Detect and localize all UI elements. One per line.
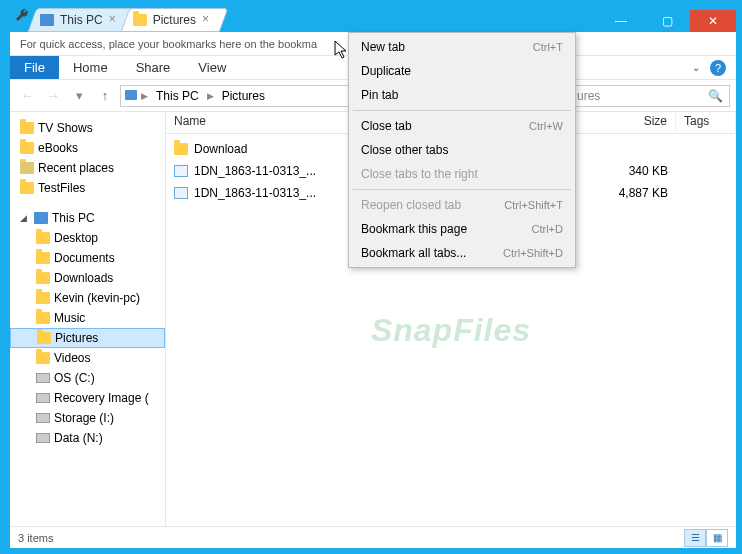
menu-item-label: Reopen closed tab: [361, 198, 461, 212]
menu-item-shortcut: Ctrl+D: [532, 223, 563, 235]
tree-item[interactable]: Music: [10, 308, 165, 328]
drive-icon: [36, 393, 50, 403]
menu-item[interactable]: Close other tabs: [351, 138, 573, 162]
menu-item[interactable]: Duplicate: [351, 59, 573, 83]
chevron-right-icon[interactable]: ▶: [205, 91, 216, 101]
close-icon[interactable]: ×: [109, 12, 123, 26]
tab-pictures[interactable]: Pictures ×: [125, 8, 224, 32]
crumb-pictures[interactable]: Pictures: [218, 89, 269, 103]
tree-item[interactable]: Storage (I:): [10, 408, 165, 428]
folder-icon: [20, 182, 34, 194]
wrench-icon[interactable]: [14, 8, 32, 26]
caret-icon[interactable]: ◢: [20, 213, 30, 223]
details-view-button[interactable]: ☰: [684, 529, 706, 547]
tree-item[interactable]: Recent places: [10, 158, 165, 178]
back-button[interactable]: ←: [16, 85, 38, 107]
tree-item[interactable]: Data (N:): [10, 428, 165, 448]
tree-item[interactable]: TV Shows: [10, 118, 165, 138]
image-icon: [174, 187, 188, 199]
crumb-this-pc[interactable]: This PC: [152, 89, 203, 103]
tab-this-pc[interactable]: This PC ×: [32, 8, 131, 32]
folder-icon: [36, 352, 50, 364]
folder-icon: [20, 122, 34, 134]
ribbon-tab-share[interactable]: Share: [122, 56, 185, 79]
forward-button[interactable]: →: [42, 85, 64, 107]
maximize-button[interactable]: ▢: [644, 10, 690, 32]
folder-icon: [36, 232, 50, 244]
tab-context-menu: New tabCtrl+TDuplicatePin tabClose tabCt…: [348, 32, 576, 268]
menu-item-label: Bookmark all tabs...: [361, 246, 466, 260]
menu-item: Reopen closed tabCtrl+Shift+T: [351, 193, 573, 217]
menu-item-shortcut: Ctrl+T: [533, 41, 563, 53]
folder-icon: [37, 332, 51, 344]
search-placeholder: ures: [577, 89, 600, 103]
up-button[interactable]: ↑: [94, 85, 116, 107]
menu-separator: [353, 189, 571, 190]
menu-item[interactable]: Bookmark all tabs...Ctrl+Shift+D: [351, 241, 573, 265]
image-icon: [174, 165, 188, 177]
tab-label: This PC: [60, 13, 103, 27]
browser-tabs: This PC × Pictures ×: [10, 4, 598, 32]
drive-icon: [36, 413, 50, 423]
tree-this-pc[interactable]: ◢This PC: [10, 208, 165, 228]
tree-item[interactable]: Recovery Image (: [10, 388, 165, 408]
titlebar: This PC × Pictures × — ▢ ✕: [10, 4, 736, 32]
pc-icon: [40, 13, 54, 27]
menu-item-label: Duplicate: [361, 64, 411, 78]
chevron-down-icon[interactable]: ⌄: [692, 62, 700, 73]
folder-icon: [36, 272, 50, 284]
recent-icon: [20, 162, 34, 174]
close-button[interactable]: ✕: [690, 10, 736, 32]
help-icon[interactable]: ?: [710, 60, 726, 76]
status-bar: 3 items ☰ ▦: [10, 526, 736, 548]
pc-icon: [34, 212, 48, 224]
history-dropdown[interactable]: ▾: [68, 85, 90, 107]
drive-icon: [36, 433, 50, 443]
folder-icon: [36, 292, 50, 304]
minimize-button[interactable]: —: [598, 10, 644, 32]
tree-item[interactable]: Videos: [10, 348, 165, 368]
tree-item[interactable]: Kevin (kevin-pc): [10, 288, 165, 308]
tree-item[interactable]: TestFiles: [10, 178, 165, 198]
search-input[interactable]: ures 🔍: [570, 85, 730, 107]
pc-icon: [125, 89, 137, 103]
menu-item-label: Pin tab: [361, 88, 398, 102]
chevron-right-icon[interactable]: ▶: [139, 91, 150, 101]
menu-item-label: Bookmark this page: [361, 222, 467, 236]
folder-icon: [174, 143, 188, 155]
col-size[interactable]: Size: [576, 112, 676, 133]
menu-item[interactable]: Pin tab: [351, 83, 573, 107]
tree-item[interactable]: eBooks: [10, 138, 165, 158]
menu-item[interactable]: Close tabCtrl+W: [351, 114, 573, 138]
bookmark-hint: For quick access, place your bookmarks h…: [20, 38, 317, 50]
tree-item[interactable]: OS (C:): [10, 368, 165, 388]
ribbon-tab-view[interactable]: View: [184, 56, 240, 79]
folder-icon: [36, 312, 50, 324]
folder-icon: [20, 142, 34, 154]
folder-icon: [36, 252, 50, 264]
file-tab[interactable]: File: [10, 56, 59, 79]
nav-tree: TV Shows eBooks Recent places TestFiles …: [10, 112, 166, 526]
tree-item[interactable]: Documents: [10, 248, 165, 268]
tree-item[interactable]: Downloads: [10, 268, 165, 288]
tree-item-pictures[interactable]: Pictures: [10, 328, 165, 348]
menu-item[interactable]: Bookmark this pageCtrl+D: [351, 217, 573, 241]
drive-icon: [36, 373, 50, 383]
thumbnails-view-button[interactable]: ▦: [706, 529, 728, 547]
menu-item-label: Close tabs to the right: [361, 167, 478, 181]
menu-item-shortcut: Ctrl+Shift+T: [504, 199, 563, 211]
menu-item-shortcut: Ctrl+Shift+D: [503, 247, 563, 259]
menu-item: Close tabs to the right: [351, 162, 573, 186]
close-icon[interactable]: ×: [202, 12, 216, 26]
search-icon[interactable]: 🔍: [708, 89, 723, 103]
col-tags[interactable]: Tags: [676, 112, 736, 133]
ribbon-tab-home[interactable]: Home: [59, 56, 122, 79]
tree-item[interactable]: Desktop: [10, 228, 165, 248]
menu-item-label: Close tab: [361, 119, 412, 133]
menu-item-shortcut: Ctrl+W: [529, 120, 563, 132]
tab-label: Pictures: [153, 13, 196, 27]
watermark: SnapFiles: [371, 312, 531, 349]
menu-separator: [353, 110, 571, 111]
menu-item[interactable]: New tabCtrl+T: [351, 35, 573, 59]
item-count: 3 items: [18, 532, 53, 544]
